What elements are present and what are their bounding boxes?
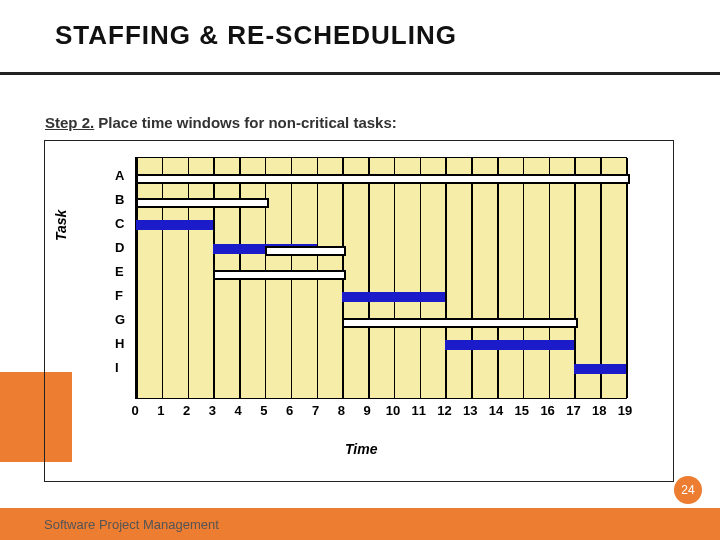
grid-line <box>523 158 525 398</box>
x-tick: 5 <box>254 403 274 418</box>
slide: STAFFING & RE-SCHEDULING Step 2. Place t… <box>0 0 720 540</box>
x-tick: 13 <box>460 403 480 418</box>
x-tick: 6 <box>280 403 300 418</box>
step-text: Place time windows for non-critical task… <box>94 114 397 131</box>
y-axis-label: Task <box>53 210 69 241</box>
y-tick: D <box>115 240 124 255</box>
grid-line <box>574 158 576 398</box>
time-window <box>136 174 630 184</box>
grid-line <box>162 158 164 398</box>
y-tick: C <box>115 216 124 231</box>
step-label: Step 2. <box>45 114 94 131</box>
grid-line <box>420 158 422 398</box>
divider <box>0 72 720 75</box>
time-window <box>342 318 578 328</box>
x-tick: 17 <box>563 403 583 418</box>
x-tick: 9 <box>357 403 377 418</box>
grid-line <box>368 158 370 398</box>
x-tick: 12 <box>434 403 454 418</box>
grid-line <box>471 158 473 398</box>
x-tick: 2 <box>177 403 197 418</box>
x-tick: 19 <box>615 403 635 418</box>
y-tick: E <box>115 264 124 279</box>
x-tick: 14 <box>486 403 506 418</box>
grid-line <box>549 158 551 398</box>
x-tick: 8 <box>331 403 351 418</box>
y-tick: B <box>115 192 124 207</box>
grid-line <box>445 158 447 398</box>
grid-line <box>188 158 190 398</box>
x-tick: 0 <box>125 403 145 418</box>
y-tick: G <box>115 312 125 327</box>
page-title: STAFFING & RE-SCHEDULING <box>55 20 457 51</box>
y-tick: F <box>115 288 123 303</box>
x-tick: 1 <box>151 403 171 418</box>
y-tick: A <box>115 168 124 183</box>
x-tick: 11 <box>409 403 429 418</box>
task-bar <box>342 292 445 302</box>
x-tick: 16 <box>538 403 558 418</box>
task-bar <box>136 220 213 230</box>
time-window <box>265 246 346 256</box>
footer-text: Software Project Management <box>44 517 219 532</box>
x-tick: 18 <box>589 403 609 418</box>
x-tick: 3 <box>202 403 222 418</box>
chart-container: Task Time 012345678910111213141516171819… <box>44 140 674 482</box>
x-axis-label: Time <box>345 441 377 457</box>
task-bar <box>574 364 626 374</box>
page-number-badge: 24 <box>674 476 702 504</box>
x-tick: 4 <box>228 403 248 418</box>
grid-line <box>497 158 499 398</box>
page-number: 24 <box>681 483 694 497</box>
step-line: Step 2. Place time windows for non-criti… <box>45 114 397 131</box>
task-bar <box>445 340 574 350</box>
y-tick: H <box>115 336 124 351</box>
grid-line <box>600 158 602 398</box>
grid-line <box>394 158 396 398</box>
time-window <box>136 198 269 208</box>
grid-line <box>136 158 138 398</box>
grid-line <box>626 158 628 398</box>
x-tick: 15 <box>512 403 532 418</box>
time-window <box>213 270 346 280</box>
y-tick: I <box>115 360 119 375</box>
x-tick: 7 <box>306 403 326 418</box>
x-tick: 10 <box>383 403 403 418</box>
plot-area <box>135 157 627 399</box>
